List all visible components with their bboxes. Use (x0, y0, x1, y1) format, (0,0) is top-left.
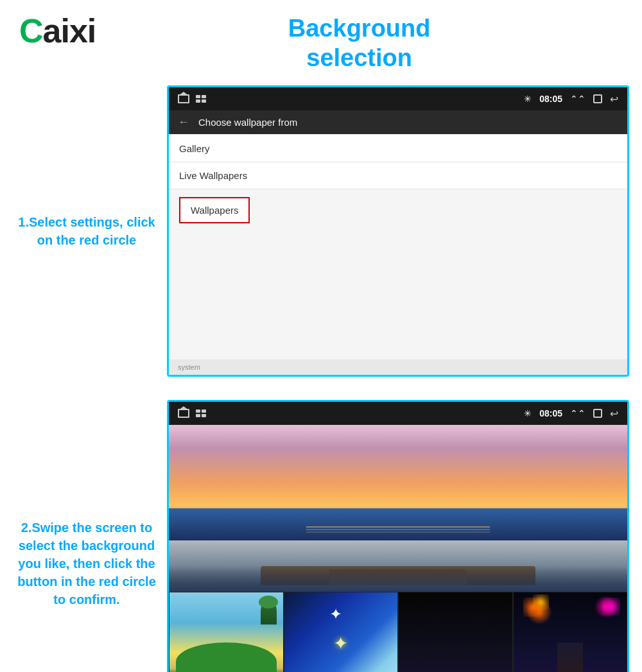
logo: Caixi (19, 12, 96, 50)
step2-screen: ✳ 08:05 ⌃⌃ ↩ (167, 400, 629, 672)
live-wallpapers-menu-item[interactable]: Live Wallpapers (169, 162, 627, 189)
choose-wallpaper-bar: ← Choose wallpaper from (169, 110, 627, 134)
footer-hint: system (178, 363, 200, 371)
wallpaper-seascape[interactable] (169, 540, 627, 592)
back-icon-2: ↩ (610, 408, 618, 420)
wallpaper-thumb-dark[interactable] (398, 592, 513, 672)
signal-icon-1: ⌃⌃ (570, 94, 586, 104)
status-bar-left-1 (178, 94, 206, 103)
main-content: 1.Select settings, click on the red circ… (0, 79, 642, 672)
step1-screen: ✳ 08:05 ⌃⌃ ↩ ← Choose wallpaper from Gal… (167, 85, 629, 377)
step1-instruction: 1.Select settings, click on the red circ… (13, 213, 167, 249)
wallpaper-back-btn[interactable]: ← (178, 116, 189, 129)
back-icon-1: ↩ (610, 93, 618, 105)
step2-instruction: 2.Swipe the screen to select the backgro… (13, 519, 167, 608)
logo-c-letter: C (19, 12, 43, 49)
status-bar-right-2: ✳ 08:05 ⌃⌃ ↩ (524, 408, 618, 420)
wallpaper-menu-list: Gallery Live Wallpapers Wallpapers syste… (169, 135, 627, 375)
time-display-2: 08:05 (539, 408, 562, 418)
wallpaper-thumb-sky[interactable]: ✦ (284, 592, 399, 672)
wallpaper-gallery: ✦ (169, 425, 627, 672)
choose-wallpaper-title: Choose wallpaper from (198, 117, 297, 128)
signal-icon-2: ⌃⌃ (570, 408, 586, 418)
grid-icon-2 (196, 409, 206, 417)
wallpaper-thumb-beach[interactable] (169, 592, 284, 672)
grid-icon (196, 95, 206, 103)
step2-section: 2.Swipe the screen to select the backgro… (13, 400, 629, 672)
status-bar-1: ✳ 08:05 ⌃⌃ ↩ (169, 87, 627, 110)
wallpaper-thumbnails-row: ✦ (169, 592, 627, 672)
landscape-horizon (169, 508, 627, 540)
home-icon (178, 94, 189, 103)
recents-icon-2 (593, 409, 602, 418)
recents-icon-1 (593, 94, 602, 103)
logo-rest-text: aixi (43, 12, 96, 49)
wallpaper-landscape-top[interactable] (169, 425, 627, 540)
time-display-1: 08:05 (539, 94, 562, 104)
wallpaper-thumb-fireworks[interactable] (513, 592, 628, 672)
bluetooth-icon-1: ✳ (524, 94, 532, 104)
header: Caixi Background selection (0, 0, 642, 79)
status-bar-2: ✳ 08:05 ⌃⌃ ↩ (169, 402, 627, 425)
status-bar-right-1: ✳ 08:05 ⌃⌃ ↩ (524, 93, 618, 105)
landscape-reflection (306, 526, 490, 528)
gallery-menu-item[interactable]: Gallery (169, 135, 627, 162)
status-bar-left-2 (178, 409, 206, 418)
home-icon-2 (178, 409, 189, 418)
page-title: Background selection (96, 12, 623, 73)
bluetooth-icon-2: ✳ (524, 408, 532, 418)
wallpapers-menu-item[interactable]: Wallpapers (179, 197, 250, 223)
step1-section: 1.Select settings, click on the red circ… (13, 85, 629, 377)
